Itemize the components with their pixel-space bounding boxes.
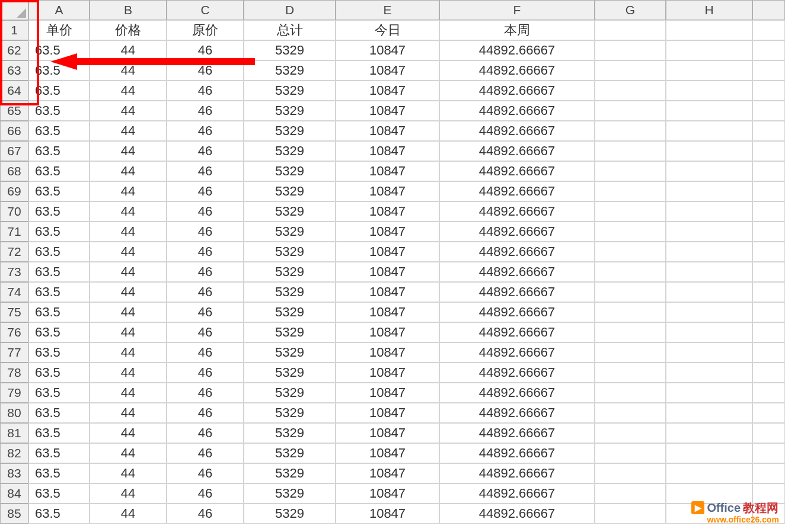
cell-B82[interactable]: 44 <box>90 443 167 463</box>
row-header-80[interactable]: 80 <box>0 403 28 423</box>
cell-F66[interactable]: 44892.66667 <box>439 121 595 141</box>
cell-C76[interactable]: 46 <box>167 322 244 342</box>
row-header-72[interactable]: 72 <box>0 242 28 262</box>
cell-74[interactable] <box>752 282 785 302</box>
cell-B79[interactable]: 44 <box>90 383 167 403</box>
cell-F76[interactable]: 44892.66667 <box>439 322 595 342</box>
row-header-71[interactable]: 71 <box>0 222 28 242</box>
cell-E83[interactable]: 10847 <box>336 463 439 483</box>
cell-C85[interactable]: 46 <box>167 504 244 524</box>
cell-E82[interactable]: 10847 <box>336 443 439 463</box>
cell-A64[interactable]: 63.5 <box>28 81 90 101</box>
cell-H81[interactable] <box>666 423 752 443</box>
cell-H65[interactable] <box>666 101 752 121</box>
cell-H72[interactable] <box>666 242 752 262</box>
cell-B66[interactable]: 44 <box>90 121 167 141</box>
cell-F68[interactable]: 44892.66667 <box>439 161 595 181</box>
row-header-65[interactable]: 65 <box>0 101 28 121</box>
cell-H74[interactable] <box>666 282 752 302</box>
row-header-68[interactable]: 68 <box>0 161 28 181</box>
column-header-F[interactable]: F <box>439 0 595 20</box>
row-header-85[interactable]: 85 <box>0 504 28 524</box>
cell-H69[interactable] <box>666 181 752 201</box>
cell-A76[interactable]: 63.5 <box>28 322 90 342</box>
cell-C64[interactable]: 46 <box>167 81 244 101</box>
cell-80[interactable] <box>752 403 785 423</box>
row-header-74[interactable]: 74 <box>0 282 28 302</box>
cell-F72[interactable]: 44892.66667 <box>439 242 595 262</box>
cell-H63[interactable] <box>666 60 752 81</box>
row-header-81[interactable]: 81 <box>0 423 28 443</box>
cell-83[interactable] <box>752 463 785 483</box>
cell-D73[interactable]: 5329 <box>244 262 336 282</box>
cell-B68[interactable]: 44 <box>90 161 167 181</box>
cell-D76[interactable]: 5329 <box>244 322 336 342</box>
row-header-77[interactable]: 77 <box>0 342 28 363</box>
cell-D69[interactable]: 5329 <box>244 181 336 201</box>
column-header-D[interactable]: D <box>244 0 336 20</box>
cell-E70[interactable]: 10847 <box>336 201 439 222</box>
row-header-67[interactable]: 67 <box>0 141 28 161</box>
cell-H71[interactable] <box>666 222 752 242</box>
cell-82[interactable] <box>752 443 785 463</box>
row-header-70[interactable]: 70 <box>0 201 28 222</box>
cell-F85[interactable]: 44892.66667 <box>439 504 595 524</box>
cell-C80[interactable]: 46 <box>167 403 244 423</box>
column-header-C[interactable]: C <box>167 0 244 20</box>
cell-D64[interactable]: 5329 <box>244 81 336 101</box>
cell-E74[interactable]: 10847 <box>336 282 439 302</box>
cell-B64[interactable]: 44 <box>90 81 167 101</box>
cell-62[interactable] <box>752 40 785 60</box>
cell-H66[interactable] <box>666 121 752 141</box>
cell-A73[interactable]: 63.5 <box>28 262 90 282</box>
cell-E64[interactable]: 10847 <box>336 81 439 101</box>
cell-H64[interactable] <box>666 81 752 101</box>
cell-G82[interactable] <box>595 443 666 463</box>
cell-C81[interactable]: 46 <box>167 423 244 443</box>
cell-C84[interactable]: 46 <box>167 483 244 504</box>
cell-C74[interactable]: 46 <box>167 282 244 302</box>
cell-A74[interactable]: 63.5 <box>28 282 90 302</box>
cell-D70[interactable]: 5329 <box>244 201 336 222</box>
cell-B62[interactable]: 44 <box>90 40 167 60</box>
cell-D85[interactable]: 5329 <box>244 504 336 524</box>
cell-D77[interactable]: 5329 <box>244 342 336 363</box>
cell-B67[interactable]: 44 <box>90 141 167 161</box>
cell-B78[interactable]: 44 <box>90 363 167 383</box>
cell-G76[interactable] <box>595 322 666 342</box>
cell-72[interactable] <box>752 242 785 262</box>
cell-F67[interactable]: 44892.66667 <box>439 141 595 161</box>
row-header-62[interactable]: 62 <box>0 40 28 60</box>
cell-E77[interactable]: 10847 <box>336 342 439 363</box>
cell-E72[interactable]: 10847 <box>336 242 439 262</box>
cell-E78[interactable]: 10847 <box>336 363 439 383</box>
cell-C68[interactable]: 46 <box>167 161 244 181</box>
cell-E75[interactable]: 10847 <box>336 302 439 322</box>
cell-H80[interactable] <box>666 403 752 423</box>
cell-A70[interactable]: 63.5 <box>28 201 90 222</box>
cell-B75[interactable]: 44 <box>90 302 167 322</box>
row-header-78[interactable]: 78 <box>0 363 28 383</box>
cell-A67[interactable]: 63.5 <box>28 141 90 161</box>
cell-78[interactable] <box>752 363 785 383</box>
cell-A1[interactable]: 单价 <box>28 20 90 40</box>
cell-A81[interactable]: 63.5 <box>28 423 90 443</box>
row-header-63[interactable]: 63 <box>0 60 28 81</box>
cell-G83[interactable] <box>595 463 666 483</box>
cell-1[interactable] <box>752 20 785 40</box>
row-header-1[interactable]: 1 <box>0 20 28 40</box>
cell-G65[interactable] <box>595 101 666 121</box>
cell-B71[interactable]: 44 <box>90 222 167 242</box>
cell-D79[interactable]: 5329 <box>244 383 336 403</box>
cell-77[interactable] <box>752 342 785 363</box>
cell-F83[interactable]: 44892.66667 <box>439 463 595 483</box>
cell-D84[interactable]: 5329 <box>244 483 336 504</box>
cell-D74[interactable]: 5329 <box>244 282 336 302</box>
cell-A71[interactable]: 63.5 <box>28 222 90 242</box>
cell-E69[interactable]: 10847 <box>336 181 439 201</box>
cell-C83[interactable]: 46 <box>167 463 244 483</box>
cell-H70[interactable] <box>666 201 752 222</box>
cell-F65[interactable]: 44892.66667 <box>439 101 595 121</box>
row-header-79[interactable]: 79 <box>0 383 28 403</box>
cell-C72[interactable]: 46 <box>167 242 244 262</box>
